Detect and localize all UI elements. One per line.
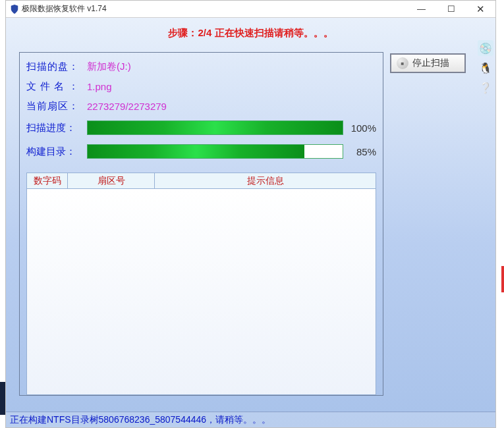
value-disk: 新加卷(J:) [87, 61, 131, 73]
behind-strip [0, 382, 5, 415]
status-text: 正在构建NTFS目录树5806768236_5807544446，请稍等。。。 [10, 414, 271, 426]
scan-progress-bar [87, 120, 343, 135]
build-progress-pct: 85% [343, 146, 376, 157]
qq-icon[interactable]: 🐧 [478, 60, 493, 76]
help-icon[interactable]: ❔ [478, 80, 493, 95]
stop-scan-button[interactable]: ■ 停止扫描 [390, 53, 466, 73]
minimize-button[interactable]: — [406, 1, 436, 17]
label-filename: 文 件 名 ： [26, 80, 87, 93]
col-message[interactable]: 提示信息 [155, 173, 376, 188]
value-sector: 2273279/2273279 [87, 101, 167, 112]
build-progress-bar [87, 144, 343, 159]
info-section: 扫描的盘： 新加卷(J:) 文 件 名 ： 1.png 当前扇区： 227327… [20, 53, 383, 163]
main-window: 极限数据恢复软件 v1.74 — ☐ ✕ 步骤：2/4 正在快速扫描请稍等。。。… [5, 0, 496, 428]
label-build-progress: 构建目录： [26, 146, 87, 158]
scan-progress-fill [88, 121, 343, 134]
label-sector: 当前扇区： [26, 100, 87, 113]
status-bar: 正在构建NTFS目录树5806768236_5807544446，请稍等。。。 [6, 412, 495, 427]
titlebar[interactable]: 极限数据恢复软件 v1.74 — ☐ ✕ [6, 1, 495, 18]
sidebar-icons: 💿 🐧 ❔ [476, 40, 495, 95]
col-number[interactable]: 数字码 [27, 173, 68, 188]
app-icon [10, 5, 19, 14]
row-scan-progress: 扫描进度： 100% [26, 116, 376, 140]
row-disk: 扫描的盘： 新加卷(J:) [26, 57, 376, 76]
disc-icon[interactable]: 💿 [478, 40, 493, 56]
row-build-progress: 构建目录： 85% [26, 140, 376, 163]
results-table: 数字码 扇区号 提示信息 [26, 173, 376, 395]
table-header: 数字码 扇区号 提示信息 [27, 173, 376, 189]
label-disk: 扫描的盘： [26, 61, 87, 73]
client-area: 步骤：2/4 正在快速扫描请稍等。。。 ■ 停止扫描 扫描的盘： 新加卷(J:)… [6, 18, 495, 427]
behind-strip-right [501, 266, 504, 292]
maximize-button[interactable]: ☐ [436, 1, 466, 17]
stop-icon: ■ [397, 57, 408, 69]
value-filename: 1.png [87, 81, 112, 92]
scan-panel: 扫描的盘： 新加卷(J:) 文 件 名 ： 1.png 当前扇区： 227327… [19, 52, 383, 396]
scan-progress-pct: 100% [343, 122, 376, 134]
row-sector: 当前扇区： 2273279/2273279 [26, 96, 376, 116]
window-title: 极限数据恢复软件 v1.74 [22, 3, 406, 14]
col-sector[interactable]: 扇区号 [68, 173, 155, 188]
stop-button-label: 停止扫描 [412, 57, 449, 69]
step-banner: 步骤：2/4 正在快速扫描请稍等。。。 [6, 18, 495, 40]
close-button[interactable]: ✕ [466, 1, 495, 17]
table-body [27, 189, 376, 394]
row-filename: 文 件 名 ： 1.png [26, 76, 376, 96]
window-controls: — ☐ ✕ [406, 1, 495, 17]
label-scan-progress: 扫描进度： [26, 122, 87, 134]
build-progress-fill [88, 145, 304, 158]
